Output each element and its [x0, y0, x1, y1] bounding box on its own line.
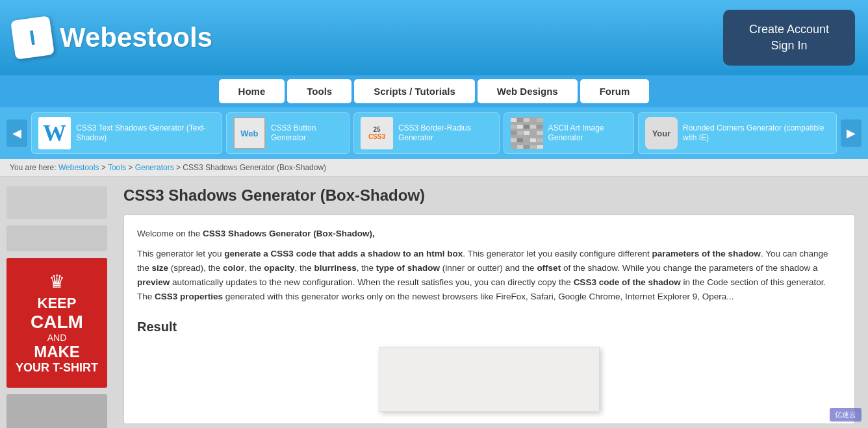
banner-make: MAKE: [34, 343, 80, 361]
sidebar-ad-mid: [6, 225, 107, 251]
carousel-item-2[interactable]: Web CSS3 Button Generator: [226, 112, 350, 154]
shadow-preview-box: [379, 347, 600, 412]
auth-button[interactable]: Create Account Sign In: [723, 10, 855, 66]
breadcrumb-link-webestools[interactable]: Webestools: [58, 163, 99, 172]
site-name: Webestools: [60, 22, 212, 53]
create-account-label: Create Account: [749, 23, 829, 36]
thumb-rounded-corners: Your: [645, 117, 678, 149]
nav-scripts[interactable]: Scripts / Tutorials: [354, 79, 475, 103]
carousel-item-4[interactable]: ASCII Art Image Generator: [504, 112, 634, 154]
intro-text: Welcome on the CSS3 Shadows Generator (B…: [137, 227, 841, 241]
main-nav: Home Tools Scripts / Tutorials Web Desig…: [0, 75, 868, 107]
watermark: 亿速云: [830, 408, 862, 422]
nav-forum[interactable]: Forum: [580, 79, 650, 103]
breadcrumb: You are here: Webestools > Tools > Gener…: [0, 159, 868, 177]
carousel-next[interactable]: ▶: [841, 120, 862, 147]
breadcrumb-link-generators[interactable]: Generators: [135, 163, 174, 172]
sign-in-label: Sign In: [771, 39, 807, 52]
nav-web-designs[interactable]: Web Designs: [478, 79, 578, 103]
banner-your-shirt: YOUR T-SHIRT: [16, 361, 98, 375]
breadcrumb-link-tools[interactable]: Tools: [108, 163, 126, 172]
carousel-label-1: CSS3 Text Shadows Generator (Text-Shadow…: [76, 123, 215, 144]
result-title: Result: [137, 316, 841, 338]
carousel-items: W CSS3 Text Shadows Generator (Text-Shad…: [31, 112, 837, 154]
carousel-label-5: Rounded Corners Generator (compatible wi…: [683, 123, 830, 144]
description-text: This generator let you generate a CSS3 c…: [137, 247, 841, 305]
thumb-css3-button: Web: [233, 117, 266, 149]
thumb-css3-border: 25 CSS3: [361, 117, 393, 149]
carousel-prev[interactable]: ◀: [6, 120, 27, 147]
carousel-label-4: ASCII Art Image Generator: [548, 123, 627, 144]
banner-keep: KEEP: [38, 295, 77, 312]
header: I Webestools Create Account Sign In: [0, 0, 868, 75]
content-box: Welcome on the CSS3 Shadows Generator (B…: [123, 214, 855, 423]
result-section: Result: [137, 316, 841, 412]
nav-home[interactable]: Home: [219, 79, 285, 103]
page-title: CSS3 Shadows Generator (Box-Shadow): [123, 186, 855, 205]
carousel-item-3[interactable]: 25 CSS3 CSS3 Border-Radius Generator: [353, 112, 500, 154]
thumb-css3-text: W: [38, 117, 71, 149]
carousel-bar: ◀ W CSS3 Text Shadows Generator (Text-Sh…: [0, 107, 868, 159]
carousel-item-1[interactable]: W CSS3 Text Shadows Generator (Text-Shad…: [31, 112, 222, 154]
banner-and: AND: [47, 333, 67, 343]
breadcrumb-prefix: You are here:: [10, 163, 57, 172]
carousel-label-2: CSS3 Button Generator: [271, 123, 342, 144]
page-content: ♛ KEEP CALM AND MAKE YOUR T-SHIRT CSS3 S…: [0, 177, 868, 428]
thumb-ascii-art: [511, 117, 543, 149]
logo-icon: I: [10, 16, 55, 60]
carousel-item-5[interactable]: Your Rounded Corners Generator (compatib…: [638, 112, 837, 154]
sidebar-banner[interactable]: ♛ KEEP CALM AND MAKE YOUR T-SHIRT: [6, 258, 107, 388]
main-area: CSS3 Shadows Generator (Box-Shadow) Welc…: [114, 177, 868, 428]
banner-crown-icon: ♛: [49, 271, 65, 292]
nav-tools[interactable]: Tools: [287, 79, 351, 103]
breadcrumb-current: CSS3 Shadows Generator (Box-Shadow): [183, 163, 326, 172]
carousel-label-3: CSS3 Border-Radius Generator: [398, 123, 492, 144]
sidebar-ad-top: [6, 186, 107, 219]
banner-calm: CALM: [31, 312, 83, 333]
sidebar-ad-bottom: [6, 394, 107, 428]
sidebar: ♛ KEEP CALM AND MAKE YOUR T-SHIRT: [0, 177, 114, 428]
logo-area: I Webestools: [13, 18, 212, 57]
